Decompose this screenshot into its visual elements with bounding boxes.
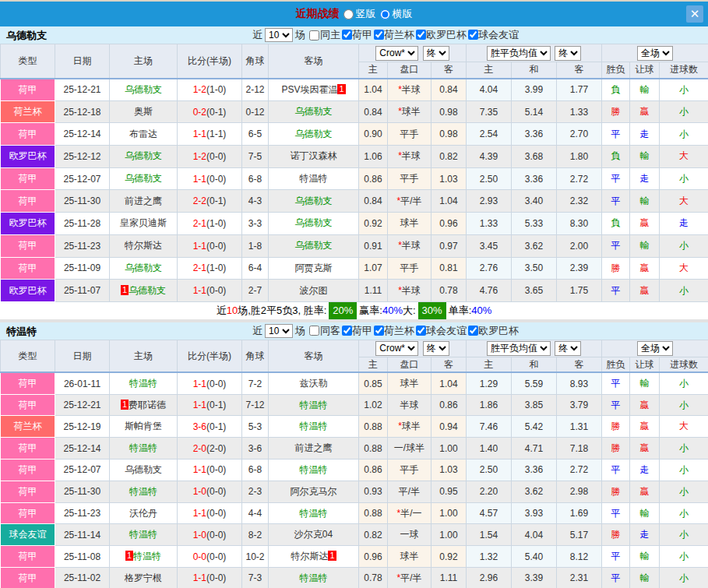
avg-final-select[interactable]: 终	[555, 341, 581, 356]
league-filter[interactable]: 荷甲	[340, 324, 372, 338]
competition-badge: 荷甲	[1, 459, 55, 481]
league-filter[interactable]: 欧罗巴杯	[414, 28, 467, 42]
same-venue-checkbox[interactable]	[309, 326, 319, 336]
result-winloss: 勝	[602, 416, 630, 438]
avg-final-select[interactable]: 终	[555, 46, 581, 61]
competition-badge: 荷甲	[1, 234, 55, 257]
result-goals: 小	[660, 502, 708, 524]
result-goals: 小	[660, 546, 708, 568]
table-header: 类型 日期 主场 比分(半场) 角球 客场 Crow* 终 胜平负均值 终 全场…	[1, 340, 708, 372]
fulltime-score: 2-0	[193, 443, 206, 454]
away-team: 阿贾克斯	[269, 257, 359, 280]
fulltime-select[interactable]: 全场	[637, 341, 673, 356]
league-checkbox[interactable]	[468, 30, 478, 40]
avg-win: 2.54	[467, 123, 512, 146]
league-filter[interactable]: 球会友谊	[414, 324, 467, 338]
result-winloss: 平	[602, 372, 630, 394]
handicap-star: *	[396, 195, 400, 206]
same-venue-checkbox[interactable]	[309, 30, 319, 40]
avg-draw: 3.99	[512, 79, 557, 101]
avg-select[interactable]: 胜平负均值	[487, 46, 551, 61]
red-number-badge: 1	[337, 84, 345, 94]
away-team-name: 乌德勒支	[295, 129, 333, 139]
match-row: 荷甲25-11-09乌德勒支2-1(1-0)6-4阿贾克斯1.07平手0.812…	[1, 257, 708, 280]
avg-lose: 2.70	[557, 123, 602, 146]
odds-away: 1.00	[431, 502, 467, 524]
same-venue-filter[interactable]: 同主	[305, 28, 340, 42]
result-handicap: 走	[630, 167, 660, 190]
away-team: 特温特	[269, 502, 359, 524]
corners: 4-4	[242, 502, 269, 524]
league-checkbox[interactable]	[342, 326, 352, 336]
odds-company-select[interactable]: Crow*	[375, 46, 418, 61]
corners: 3-6	[242, 438, 269, 459]
odds-final-select[interactable]: 终	[423, 341, 449, 356]
odds-away: 1.03	[431, 459, 467, 481]
layout-vertical-option[interactable]: 竖版	[343, 7, 376, 21]
avg-draw: 3.40	[512, 190, 557, 213]
odds-away: 1.00	[431, 524, 467, 546]
result-goals: 小	[660, 167, 708, 190]
avg-select[interactable]: 胜平负均值	[487, 341, 551, 356]
match-count-select[interactable]: 10	[265, 28, 293, 42]
odds-company-select[interactable]: Crow*	[375, 341, 418, 356]
competition-badge: 欧罗巴杯	[1, 146, 55, 168]
home-team-name: 奥斯	[134, 106, 153, 117]
match-row: 欧罗巴杯25-12-12乌德勒支1-2(0-0)7-5诺丁汉森林1.06*半球0…	[1, 146, 708, 168]
vertical-radio[interactable]	[343, 9, 354, 19]
avg-win: 1.54	[467, 524, 512, 546]
layout-horizontal-option[interactable]: 横版	[380, 7, 413, 21]
competition-badge: 荷甲	[1, 481, 55, 502]
col-odds-home: 主	[359, 357, 388, 372]
league-filter[interactable]: 荷兰杯	[372, 28, 414, 42]
away-team-name: 阿尔克马尔	[291, 486, 337, 497]
odds-home: 1.04	[359, 79, 388, 101]
close-icon[interactable]: ✕	[686, 5, 703, 23]
avg-win: 2.50	[467, 459, 512, 481]
league-filter[interactable]: 球会友谊	[467, 28, 519, 42]
halftime-score: (0-0)	[206, 464, 226, 475]
away-team: 阿尔克马尔	[269, 481, 359, 502]
league-label: 荷兰杯	[384, 28, 414, 42]
league-checkbox[interactable]	[342, 30, 352, 40]
league-checkbox[interactable]	[416, 30, 426, 40]
result-winloss: 平	[602, 234, 630, 257]
horizontal-radio[interactable]	[380, 9, 390, 19]
match-date: 25-11-30	[55, 190, 110, 213]
league-filter[interactable]: 荷甲	[340, 28, 372, 42]
away-team: 乌德勒支	[269, 190, 359, 213]
league-checkbox[interactable]	[416, 326, 426, 336]
odds-home: 0.88	[359, 416, 388, 438]
corners: 2-12	[242, 79, 269, 101]
corners: 5-3	[242, 416, 269, 438]
fulltime-score: 2-1	[193, 218, 206, 229]
league-filter[interactable]: 荷兰杯	[372, 324, 414, 338]
fulltime-select[interactable]: 全场	[637, 46, 673, 61]
col-date: 日期	[55, 340, 110, 372]
away-team-name: 特温特	[300, 173, 328, 184]
odds-away: 0.92	[431, 546, 467, 568]
competition-badge: 荷甲	[1, 502, 55, 524]
home-team: 特尔斯达	[110, 234, 178, 257]
result-handicap: 輸	[630, 372, 660, 394]
home-team-name: 乌德勒支	[129, 285, 166, 296]
odds-away: 0.78	[431, 280, 467, 302]
league-checkbox[interactable]	[374, 30, 384, 40]
league-label: 荷甲	[352, 28, 372, 42]
avg-win: 4.57	[467, 502, 512, 524]
recent-matches-table: 类型 日期 主场 比分(半场) 角球 客场 Crow* 终 胜平负均值 终 全场…	[0, 340, 708, 588]
league-checkbox[interactable]	[468, 326, 478, 336]
match-count-select[interactable]: 10	[265, 324, 293, 338]
col-odds-away: 客	[431, 62, 467, 79]
competition-badge: 荷兰杯	[1, 416, 55, 438]
match-rows: 荷甲25-12-21乌德勒支1-2(1-0)2-12PSV埃因霍温11.04*半…	[1, 79, 708, 302]
league-filter[interactable]: 欧罗巴杯	[467, 324, 519, 338]
match-score: 2-2(0-1)	[178, 190, 242, 213]
league-checkbox[interactable]	[374, 326, 384, 336]
result-goals: 小	[660, 372, 708, 394]
handicap: 球半	[388, 546, 431, 568]
col-away: 客场	[269, 44, 359, 79]
odds-final-select[interactable]: 终	[423, 46, 449, 61]
avg-draw: 5.14	[512, 100, 557, 123]
same-venue-filter[interactable]: 同客	[305, 324, 340, 338]
